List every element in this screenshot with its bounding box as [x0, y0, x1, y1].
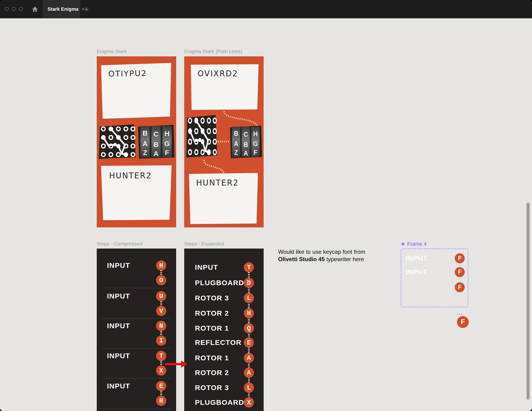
keycap[interactable]: H [244, 308, 254, 318]
step-label: ROTOR 3 [195, 294, 229, 303]
tab-title: Stark Enigma [48, 6, 78, 12]
key-connector [161, 361, 162, 366]
paper-input[interactable]: HUNTER2 [101, 165, 172, 220]
step-label: PLUGBOARD [195, 278, 244, 287]
step-label: ROTOR 2 [195, 309, 229, 318]
row-divider [102, 378, 171, 378]
component-set-icon: ❖ [401, 241, 405, 247]
tab-stark-enigma[interactable]: Stark Enigma ✕ [43, 0, 80, 18]
frame-steps-expanded[interactable]: INPUT T PLUGBOARD D ROTOR 3 L ROTOR 2 H … [184, 249, 264, 411]
keycap[interactable]: E [244, 338, 254, 348]
rotor-letter: Z [143, 149, 147, 157]
keycap[interactable]: T [244, 262, 254, 273]
step-label: PLUGBOARD [195, 398, 244, 407]
keycap[interactable]: R [156, 396, 166, 406]
traffic-light-zoom[interactable] [19, 7, 23, 11]
rotor-letter: H [164, 130, 170, 137]
frame4-label-text: Frame 4 [407, 241, 427, 247]
keycap[interactable]: V [156, 306, 166, 316]
row-divider [102, 408, 171, 409]
paper-output[interactable]: OTIYPU2 [101, 63, 172, 119]
home-button[interactable] [31, 5, 39, 13]
keycap[interactable]: L [244, 383, 254, 393]
step-label: ROTOR 3 [195, 383, 229, 392]
red-arrow[interactable] [163, 360, 188, 368]
frame4-component-set[interactable]: INPUT F INPUT F F [401, 249, 468, 307]
keycap[interactable]: E [156, 381, 166, 391]
step-label: INPUT [406, 268, 428, 276]
keycap[interactable]: U [156, 291, 166, 301]
traffic-light-close[interactable] [5, 7, 9, 11]
design-canvas[interactable]: Enigma Stark OTIYPU2 [0, 18, 532, 411]
key-connector [161, 331, 162, 336]
keycap[interactable]: Q [244, 323, 254, 333]
key-connector [161, 301, 162, 306]
vertical-scrollbar-thumb[interactable] [527, 203, 530, 400]
rotor-wheels-graphic[interactable]: B A Z C B A H G F [137, 124, 175, 159]
plus-icon: + [84, 5, 89, 14]
step-label: INPUT [406, 254, 428, 262]
home-icon [32, 6, 38, 12]
paper-output-text: OTIYPU2 [108, 68, 147, 78]
keycap[interactable]: O [156, 275, 166, 285]
step-label: INPUT [107, 351, 130, 360]
keycap[interactable]: A [244, 353, 254, 363]
keycap[interactable]: A [244, 368, 254, 378]
step-label: ROTOR 1 [195, 324, 229, 333]
note-bold-text: Olivetti Studio 45 [278, 256, 325, 262]
row-divider [102, 348, 171, 348]
rotor-letter: B [143, 129, 148, 137]
keycap[interactable]: H [156, 260, 166, 271]
keycap[interactable]: F [455, 267, 465, 277]
frame4-label[interactable]: ❖ Frame 4 [401, 241, 427, 247]
app-screen: Stark Enigma ✕ + Enigma Stark OTIYPU2 [0, 0, 532, 411]
signal-path-lines [184, 56, 264, 227]
frame-label-steps-expanded[interactable]: Steps - Expanded [184, 241, 224, 247]
step-label: ROTOR 2 [195, 368, 229, 377]
keycap-detached[interactable]: F [457, 316, 469, 328]
rotor-letter: C [153, 130, 159, 138]
keycap[interactable]: N [156, 321, 166, 331]
frame-label-enigma-stark-path-lines[interactable]: Enigma Stark (Path Lines) [184, 49, 242, 54]
keycap[interactable]: T [156, 351, 166, 361]
key-connector [161, 391, 162, 396]
key-connector [161, 270, 162, 275]
keycap[interactable]: F [455, 253, 465, 263]
note-after-text: typewriter here [325, 256, 364, 262]
rotor-letter: F [165, 149, 169, 157]
rotor-letter: B [153, 141, 159, 148]
keycap[interactable]: I [156, 336, 166, 346]
note-line-1: Would like to use keycap font from [278, 248, 378, 255]
frame-label-enigma-stark[interactable]: Enigma Stark [97, 49, 127, 54]
new-tab-button[interactable]: + [82, 4, 91, 14]
note-line-2: Olivetti Studio 45 typewriter here [278, 255, 378, 263]
step-label: INPUT [107, 261, 130, 270]
rotor-letter: A [153, 150, 159, 157]
step-label: INPUT [107, 382, 130, 391]
step-label: INPUT [107, 292, 130, 301]
rotor-letter: G [164, 140, 170, 147]
keycap[interactable]: L [244, 293, 254, 303]
frame-steps-compressed[interactable]: INPUT H O INPUT U V INPUT N I INPUT T X … [97, 249, 176, 411]
keycap[interactable]: D [244, 278, 254, 288]
row-divider [102, 288, 171, 288]
traffic-light-minimize[interactable] [12, 7, 16, 11]
step-label: ROTOR 1 [195, 353, 229, 362]
plugboard-graphic[interactable] [99, 124, 136, 160]
annotation-note[interactable]: Would like to use keycap font from Olive… [278, 248, 378, 263]
paper-input-text: HUNTER2 [109, 171, 152, 180]
frame-label-steps-compressed[interactable]: Steps - Compressed [97, 241, 142, 247]
row-divider [102, 318, 171, 319]
rotor-letter: A [143, 140, 148, 147]
frame-enigma-stark[interactable]: OTIYPU2 [97, 56, 176, 227]
frame-enigma-stark-path-lines[interactable]: OVIXRD2 [184, 56, 264, 227]
keycap[interactable]: F [455, 282, 465, 292]
step-label: INPUT [195, 263, 218, 272]
step-label: REFLECTOR [195, 338, 241, 347]
overflow-dots: ... [456, 310, 464, 316]
title-bar: Stark Enigma ✕ + [0, 0, 532, 18]
keycap[interactable]: X [244, 397, 254, 408]
app-window: Stark Enigma ✕ + Enigma Stark OTIYPU2 [0, 0, 532, 411]
step-label: INPUT [107, 321, 130, 330]
